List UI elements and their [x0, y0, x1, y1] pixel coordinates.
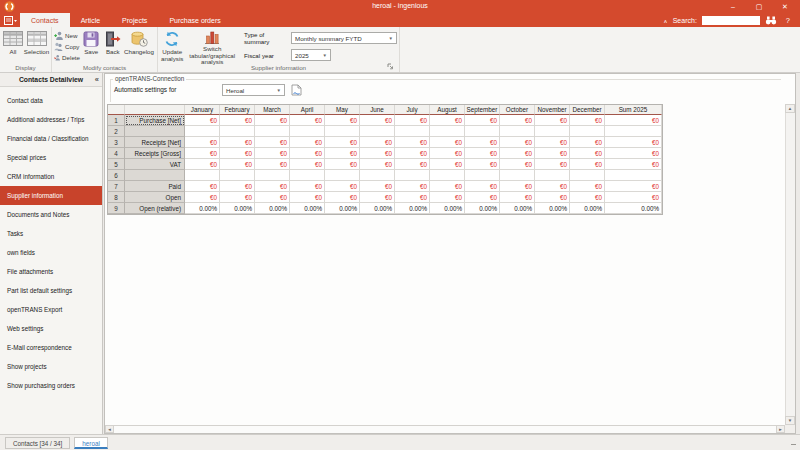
sidebar-item-financial-data-classification[interactable]: Financial data / Classification	[0, 129, 102, 148]
cell-r5-c6[interactable]: €0	[360, 159, 395, 170]
cell-r1-c6[interactable]: €0	[360, 115, 395, 126]
cell-r5-c10[interactable]: €0	[500, 159, 535, 170]
cell-r5-c4[interactable]: €0	[290, 159, 325, 170]
cell-r8-c9[interactable]: €0	[465, 192, 500, 203]
cell-r1-c9[interactable]: €0	[465, 115, 500, 126]
cell-r7-c11[interactable]: €0	[535, 181, 570, 192]
cell-r1-c12[interactable]: €0	[570, 115, 605, 126]
cell-r3-c1[interactable]: €0	[185, 137, 220, 148]
vertical-scrollbar[interactable]: ▲ ▼	[785, 104, 795, 425]
copy-button[interactable]: Copy	[54, 41, 80, 52]
cell-r2-c2[interactable]	[220, 126, 255, 137]
cell-r7-c13[interactable]: €0	[605, 181, 662, 192]
cell-r7-c10[interactable]: €0	[500, 181, 535, 192]
cell-r1-c11[interactable]: €0	[535, 115, 570, 126]
tab-projects[interactable]: Projects	[111, 13, 158, 27]
cell-r4-c10[interactable]: €0	[500, 148, 535, 159]
cell-r6-c13[interactable]	[605, 170, 662, 181]
save-button[interactable]: Save	[80, 28, 102, 63]
document-tab-heroal[interactable]: heroal	[74, 437, 108, 449]
row-number-2[interactable]: 2	[108, 126, 125, 137]
row-number-8[interactable]: 8	[108, 192, 125, 203]
cell-r8-c7[interactable]: €0	[395, 192, 430, 203]
cell-r6-c7[interactable]	[395, 170, 430, 181]
sidebar-collapse-icon[interactable]: «	[95, 75, 99, 84]
cell-r9-c10[interactable]: 0.00%	[500, 203, 535, 214]
scroll-up-button[interactable]: ▲	[785, 104, 795, 113]
row-number-5[interactable]: 5	[108, 159, 125, 170]
cell-r4-c13[interactable]: €0	[605, 148, 662, 159]
cell-r6-c1[interactable]	[185, 170, 220, 181]
sidebar-item-special-prices[interactable]: Special prices	[0, 148, 102, 167]
cell-r6-c4[interactable]	[290, 170, 325, 181]
cell-r9-c6[interactable]: 0.00%	[360, 203, 395, 214]
cell-r7-c2[interactable]: €0	[220, 181, 255, 192]
cell-r9-c4[interactable]: 0.00%	[290, 203, 325, 214]
cell-r6-c10[interactable]	[500, 170, 535, 181]
cell-r8-c2[interactable]: €0	[220, 192, 255, 203]
cell-r6-c8[interactable]	[430, 170, 465, 181]
switch-analysis-button[interactable]: Switch tabular/graphical analysis	[184, 28, 240, 63]
type-of-summary-select[interactable]: Monthly summary FYTD ▼	[291, 32, 397, 44]
cell-r2-c13[interactable]	[605, 126, 662, 137]
cell-r7-c1[interactable]: €0	[185, 181, 220, 192]
cell-r3-c4[interactable]: €0	[290, 137, 325, 148]
cell-r3-c2[interactable]: €0	[220, 137, 255, 148]
all-button[interactable]: All	[2, 28, 24, 63]
sidebar-item-part-list-default-settings[interactable]: Part list default settings	[0, 281, 102, 300]
cell-r2-c11[interactable]	[535, 126, 570, 137]
cell-r4-c8[interactable]: €0	[430, 148, 465, 159]
row-number-1[interactable]: 1	[108, 115, 125, 126]
cell-r2-c9[interactable]	[465, 126, 500, 137]
cell-r4-c2[interactable]: €0	[220, 148, 255, 159]
cell-r9-c3[interactable]: 0.00%	[255, 203, 290, 214]
cell-r8-c3[interactable]: €0	[255, 192, 290, 203]
cell-r3-c6[interactable]: €0	[360, 137, 395, 148]
row-number-6[interactable]: 6	[108, 170, 125, 181]
row-label-paid[interactable]: Paid	[125, 181, 185, 192]
cell-r3-c11[interactable]: €0	[535, 137, 570, 148]
cell-r5-c1[interactable]: €0	[185, 159, 220, 170]
cell-r8-c10[interactable]: €0	[500, 192, 535, 203]
cell-r7-c7[interactable]: €0	[395, 181, 430, 192]
cell-r7-c6[interactable]: €0	[360, 181, 395, 192]
sidebar-item-show-projects[interactable]: Show projects	[0, 357, 102, 376]
sidebar-item-e-mail-correspondence[interactable]: E-Mail correspondence	[0, 338, 102, 357]
cell-r3-c13[interactable]: €0	[605, 137, 662, 148]
sidebar-item-crm-information[interactable]: CRM information	[0, 167, 102, 186]
cell-r2-c10[interactable]	[500, 126, 535, 137]
sidebar-item-file-attachments[interactable]: File attachments	[0, 262, 102, 281]
changelog-button[interactable]: Changelog	[123, 28, 155, 63]
update-analysis-button[interactable]: Update analysis	[160, 28, 184, 63]
maximize-button[interactable]: ▢	[746, 0, 772, 13]
cell-r9-c11[interactable]: 0.00%	[535, 203, 570, 214]
cell-r9-c1[interactable]: 0.00%	[185, 203, 220, 214]
row-label-receipts-gross[interactable]: Receipts [Gross]	[125, 148, 185, 159]
cell-r1-c3[interactable]: €0	[255, 115, 290, 126]
cell-r1-c8[interactable]: €0	[430, 115, 465, 126]
cell-r5-c13[interactable]: €0	[605, 159, 662, 170]
cell-r2-c5[interactable]	[325, 126, 360, 137]
cell-r9-c8[interactable]: 0.00%	[430, 203, 465, 214]
cell-r8-c4[interactable]: €0	[290, 192, 325, 203]
row-label-purchase-net[interactable]: Purchase [Net]	[125, 115, 185, 126]
cell-r3-c9[interactable]: €0	[465, 137, 500, 148]
cell-r2-c8[interactable]	[430, 126, 465, 137]
cell-r1-c1[interactable]: €0	[185, 115, 220, 126]
cell-r3-c10[interactable]: €0	[500, 137, 535, 148]
ribbon-collapse-button[interactable]: ∧	[663, 17, 667, 23]
row-number-3[interactable]: 3	[108, 137, 125, 148]
cell-r7-c8[interactable]: €0	[430, 181, 465, 192]
cell-r7-c9[interactable]: €0	[465, 181, 500, 192]
sidebar-item-show-purchasing-orders[interactable]: Show purchasing orders	[0, 376, 102, 395]
cell-r6-c12[interactable]	[570, 170, 605, 181]
cell-r3-c12[interactable]: €0	[570, 137, 605, 148]
cell-r5-c11[interactable]: €0	[535, 159, 570, 170]
cell-r3-c5[interactable]: €0	[325, 137, 360, 148]
cell-r3-c8[interactable]: €0	[430, 137, 465, 148]
automatic-settings-select[interactable]: Heroal ▼	[222, 84, 285, 96]
cell-r1-c2[interactable]: €0	[220, 115, 255, 126]
cell-r5-c8[interactable]: €0	[430, 159, 465, 170]
minimize-button[interactable]: –	[720, 0, 746, 13]
cell-r7-c3[interactable]: €0	[255, 181, 290, 192]
